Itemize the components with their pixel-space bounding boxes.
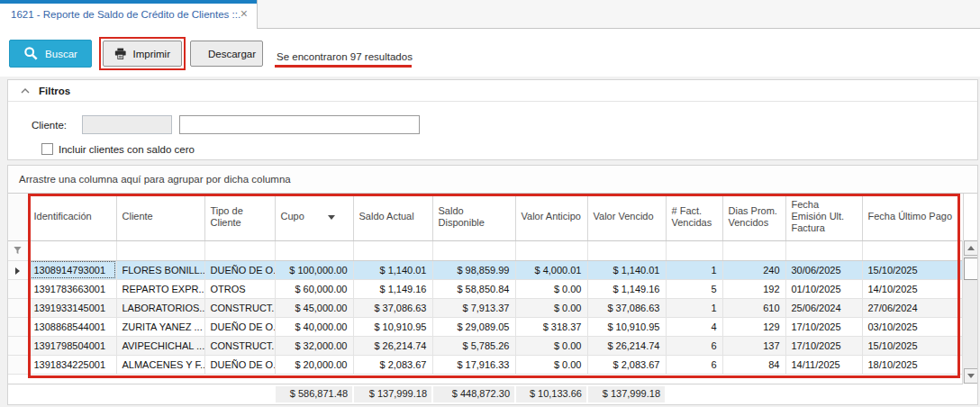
- filter-cell-valor_vencido[interactable]: [587, 240, 666, 260]
- cell-dias_prom[interactable]: 192: [722, 279, 785, 298]
- cell-fecha_pago[interactable]: 14/10/2025: [862, 279, 963, 298]
- cell-valor_vencido[interactable]: $ 26,214.74: [587, 336, 666, 355]
- column-header-fecha_emision[interactable]: Fecha Emisión Ult. Factura: [785, 194, 862, 240]
- cell-fact_vencidas[interactable]: 5: [666, 279, 722, 298]
- cell-valor_anticipo[interactable]: $ 0.00: [515, 298, 587, 317]
- cell-saldo_disponible[interactable]: $ 17,916.33: [432, 355, 515, 374]
- cell-fact_vencidas[interactable]: 1: [666, 298, 722, 317]
- cell-fecha_emision[interactable]: 30/06/2025: [785, 260, 862, 279]
- cell-saldo_disponible[interactable]: $ 29,089.05: [432, 317, 515, 336]
- filter-funnel-cell[interactable]: [8, 240, 28, 260]
- column-header-fecha_pago[interactable]: Fecha Último Pago: [862, 194, 963, 240]
- column-header-saldo_disponible[interactable]: Saldo Disponible: [432, 194, 515, 240]
- cell-tipo[interactable]: DUEÑO DE O...: [204, 260, 275, 279]
- column-header-tipo[interactable]: Tipo de Cliente: [204, 194, 275, 240]
- column-header-cliente[interactable]: Cliente: [116, 194, 204, 240]
- scrollbar-thumb[interactable]: [964, 258, 978, 280]
- cell-fecha_emision[interactable]: 25/06/2024: [785, 298, 862, 317]
- cell-valor_vencido[interactable]: $ 10,910.95: [587, 317, 666, 336]
- cell-identificacion[interactable]: 1391933145001: [28, 298, 116, 317]
- cell-dias_prom[interactable]: 240: [722, 260, 785, 279]
- cell-tipo[interactable]: DUEÑO DE O...: [204, 355, 275, 374]
- cell-fecha_emision[interactable]: 14/11/2025: [785, 355, 862, 374]
- tab-report[interactable]: 1621 - Reporte de Saldo de Crédito de Cl…: [0, 0, 258, 29]
- cell-dias_prom[interactable]: 129: [722, 317, 785, 336]
- cell-dias_prom[interactable]: 137: [722, 336, 785, 355]
- column-header-cupo[interactable]: Cupo: [275, 194, 353, 240]
- cell-valor_anticipo[interactable]: $ 4,000.01: [515, 260, 587, 279]
- cell-fecha_emision[interactable]: 01/10/2025: [785, 279, 862, 298]
- filter-cell-fecha_emision[interactable]: [785, 240, 862, 260]
- table-row[interactable]: 1391798504001AVIPECHICHAL ...CONSTRUCT..…: [8, 336, 963, 355]
- cell-tipo[interactable]: OTROS: [204, 279, 275, 298]
- cell-saldo_actual[interactable]: $ 10,910.95: [353, 317, 432, 336]
- filter-cell-saldo_actual[interactable]: [353, 240, 432, 260]
- cell-fecha_pago[interactable]: 15/10/2025: [862, 336, 963, 355]
- cell-fecha_pago[interactable]: 18/10/2025: [862, 355, 963, 374]
- filter-cell-saldo_disponible[interactable]: [432, 240, 515, 260]
- cell-saldo_disponible[interactable]: $ 5,785.26: [432, 336, 515, 355]
- row-indicator[interactable]: [8, 336, 28, 355]
- cell-saldo_actual[interactable]: $ 37,086.63: [353, 298, 432, 317]
- cell-fecha_emision[interactable]: 17/10/2025: [785, 336, 862, 355]
- group-by-panel[interactable]: Arrastre una columna aquí para agrupar p…: [8, 166, 977, 194]
- cell-identificacion[interactable]: 1391798504001: [28, 336, 116, 355]
- cell-cupo[interactable]: $ 20,000.00: [275, 355, 353, 374]
- row-indicator[interactable]: [8, 317, 28, 336]
- scroll-down-button[interactable]: [964, 368, 978, 384]
- cell-valor_vencido[interactable]: $ 1,140.01: [587, 260, 666, 279]
- cell-cupo[interactable]: $ 100,000.00: [275, 260, 353, 279]
- table-row[interactable]: 1391834225001ALMACENES Y F...DUEÑO DE O.…: [8, 355, 963, 374]
- column-header-identificacion[interactable]: Identificación: [28, 194, 116, 240]
- cell-valor_vencido[interactable]: $ 1,149.16: [587, 279, 666, 298]
- table-row[interactable]: 1308868544001ZURITA YANEZ ...DUEÑO DE O.…: [8, 317, 963, 336]
- column-header-valor_vencido[interactable]: Valor Vencido: [587, 194, 666, 240]
- cell-valor_anticipo[interactable]: $ 0.00: [515, 355, 587, 374]
- cell-valor_vencido[interactable]: $ 2,083.67: [587, 355, 666, 374]
- filter-cell-valor_anticipo[interactable]: [515, 240, 587, 260]
- vertical-scrollbar[interactable]: [962, 240, 978, 384]
- cell-identificacion[interactable]: 1391783663001: [28, 279, 116, 298]
- filters-header[interactable]: Filtros: [8, 80, 977, 102]
- table-row[interactable]: 1391783663001REPARTO EXPR...OTROS$ 60,00…: [8, 279, 963, 298]
- table-row[interactable]: 1391933145001LABORATORIOS...CONSTRUCT...…: [8, 298, 963, 317]
- column-header-saldo_actual[interactable]: Saldo Actual: [353, 194, 432, 240]
- cell-cliente[interactable]: LABORATORIOS...: [116, 298, 204, 317]
- checkbox-unchecked-icon[interactable]: [41, 143, 53, 155]
- cell-tipo[interactable]: CONSTRUCT...: [204, 298, 275, 317]
- cell-dias_prom[interactable]: 84: [722, 355, 785, 374]
- close-icon[interactable]: ×: [240, 6, 248, 21]
- cell-valor_vencido[interactable]: $ 37,086.63: [587, 298, 666, 317]
- include-zero-checkbox-row[interactable]: Incluir clientes con saldo cero: [41, 143, 195, 155]
- cell-cliente[interactable]: ZURITA YANEZ ...: [116, 317, 204, 336]
- filter-cell-identificacion[interactable]: [28, 240, 116, 260]
- cell-valor_anticipo[interactable]: $ 0.00: [515, 279, 587, 298]
- cell-saldo_disponible[interactable]: $ 7,913.37: [432, 298, 515, 317]
- filter-cell-dias_prom[interactable]: [722, 240, 785, 260]
- cell-fecha_pago[interactable]: 15/10/2025: [862, 260, 963, 279]
- buscar-button[interactable]: Buscar: [9, 40, 92, 68]
- cell-cliente[interactable]: AVIPECHICHAL ...: [116, 336, 204, 355]
- row-indicator[interactable]: [8, 279, 28, 298]
- cell-dias_prom[interactable]: 610: [722, 298, 785, 317]
- filter-cell-fact_vencidas[interactable]: [666, 240, 722, 260]
- row-indicator[interactable]: [8, 260, 28, 279]
- cell-cliente[interactable]: REPARTO EXPR...: [116, 279, 204, 298]
- column-header-dias_prom[interactable]: Dias Prom. Vencidos: [722, 194, 785, 240]
- cell-saldo_actual[interactable]: $ 1,140.01: [353, 260, 432, 279]
- cell-cliente[interactable]: FLORES BONILL...: [116, 260, 204, 279]
- cell-saldo_actual[interactable]: $ 26,214.74: [353, 336, 432, 355]
- cell-cupo[interactable]: $ 40,000.00: [275, 317, 353, 336]
- cell-identificacion[interactable]: 1308868544001: [28, 317, 116, 336]
- descargar-button[interactable]: Descargar: [190, 41, 263, 67]
- column-header-fact_vencidas[interactable]: # Fact. Vencidas: [666, 194, 722, 240]
- cell-tipo[interactable]: CONSTRUCT...: [204, 336, 275, 355]
- cell-saldo_actual[interactable]: $ 2,083.67: [353, 355, 432, 374]
- cell-saldo_actual[interactable]: $ 1,149.16: [353, 279, 432, 298]
- imprimir-button[interactable]: Imprimir: [103, 41, 182, 67]
- filter-cell-cliente[interactable]: [116, 240, 204, 260]
- filter-cell-fecha_pago[interactable]: [862, 240, 963, 260]
- cell-fecha_pago[interactable]: 03/10/2025: [862, 317, 963, 336]
- cell-valor_anticipo[interactable]: $ 318.37: [515, 317, 587, 336]
- column-header-valor_anticipo[interactable]: Valor Anticipo: [515, 194, 587, 240]
